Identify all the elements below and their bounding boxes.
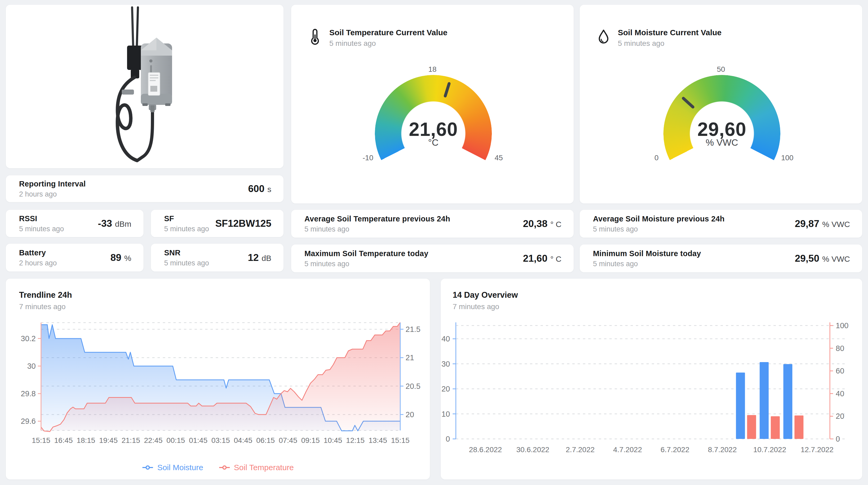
stat-value: 12 dB: [248, 252, 271, 263]
device-image-card: [6, 5, 283, 168]
x-axis-tick-label: 2.7.2022: [566, 446, 594, 454]
stat-value-unit: dBm: [115, 220, 131, 229]
x-axis-tick-label: 19:45: [99, 436, 118, 445]
right-axis-tick-label: 21.5: [406, 325, 421, 334]
gauge-top-tick-label: 18: [291, 65, 574, 74]
stat-value-unit: ° C: [550, 255, 561, 263]
soil-moisture-gauge-card: Soil Moisture Current Value 5 minutes ag…: [580, 5, 862, 203]
avg-soil-temperature-card: Average Soil Temperature previous 24h 5 …: [291, 210, 574, 237]
reporting-interval-card: Reporting Interval 2 hours ago 600 s: [6, 175, 283, 202]
soil-temperature-bar: [771, 416, 780, 439]
left-axis-tick-label: 30: [441, 360, 450, 368]
stat-updated: 5 minutes ago: [164, 225, 209, 233]
stat-value: 20,38 ° C: [523, 218, 561, 229]
x-axis-tick-label: 16:45: [54, 436, 73, 445]
x-axis-tick-label: 10:45: [324, 436, 342, 445]
soil-sensor-dashboard: Reporting Interval 2 hours ago 600 s RSS…: [0, 0, 868, 485]
stat-value: 29,87 % VWC: [795, 218, 850, 229]
legend-label: Soil Moisture: [157, 463, 203, 472]
stat-label: Maximum Soil Temperature today: [304, 249, 428, 258]
stat-value: 600 s: [248, 183, 271, 194]
stat-value-unit: ° C: [550, 220, 561, 229]
stat-value-number: 29,87: [795, 218, 819, 229]
x-axis-tick-label: 09:15: [301, 436, 320, 445]
legend-item-soil-moisture[interactable]: Soil Moisture: [142, 463, 203, 472]
x-axis-tick-label: 01:45: [189, 436, 208, 445]
stat-value-number: 600: [248, 183, 265, 194]
stat-updated: 5 minutes ago: [593, 225, 724, 233]
gauge-min-label: 0: [643, 154, 670, 162]
x-axis-tick-label: 04:45: [234, 436, 252, 445]
stat-value-number: -33: [98, 218, 112, 229]
stat-label: Minimum Soil Moisture today: [593, 249, 701, 258]
legend-item-soil-temperature[interactable]: Soil Temperature: [219, 463, 294, 472]
battery-card: Battery 2 hours ago 89 %: [6, 244, 144, 272]
gauge-max-label: 45: [486, 154, 512, 162]
stat-value-unit: % VWC: [822, 255, 850, 263]
left-axis-tick-label: 29.8: [21, 389, 36, 398]
x-axis-tick-label: 00:15: [166, 436, 185, 445]
right-axis-tick-label: 40: [836, 389, 844, 398]
stat-label: Average Soil Moisture previous 24h: [593, 214, 724, 223]
trendline-chart-canvas[interactable]: 30.23029.829.621.52120.52015:1516:4518:1…: [6, 279, 430, 464]
stat-label: SF: [164, 214, 209, 223]
soil-temperature-bar: [747, 415, 756, 439]
x-axis-tick-label: 6.7.2022: [660, 446, 689, 454]
soil-sensor-device-image: [111, 6, 172, 167]
gauge-value: 21,60: [375, 118, 492, 140]
x-axis-tick-label: 07:45: [279, 436, 297, 445]
14-day-overview-card: 14 Day Overview 7 minutes ago 0102030400…: [441, 279, 862, 480]
stat-value: 29,50 % VWC: [795, 253, 850, 264]
stat-updated: 5 minutes ago: [304, 225, 450, 233]
gauge-unit: % VWC: [663, 137, 780, 148]
thermometer-icon: [308, 29, 322, 45]
min-soil-moisture-card: Minimum Soil Moisture today 5 minutes ag…: [580, 245, 862, 272]
stat-updated: 5 minutes ago: [164, 259, 209, 267]
stat-value-number: 29,50: [795, 253, 819, 264]
stat-value: SF12BW125: [215, 218, 271, 229]
x-axis-tick-label: 15:15: [32, 436, 50, 445]
gauge-max-label: 100: [774, 154, 801, 162]
left-axis-tick-label: 20: [441, 384, 450, 393]
stat-value-number: 12: [248, 252, 259, 263]
stat-updated: 2 hours ago: [19, 259, 57, 267]
soil-moisture-bar: [760, 362, 769, 439]
stat-value: -33 dBm: [98, 218, 131, 229]
soil-moisture-bar: [783, 364, 792, 439]
stat-value-number: 89: [111, 252, 121, 263]
stat-value: 89 %: [111, 252, 131, 263]
gauge-top-tick-label: 50: [580, 65, 862, 74]
left-axis-tick-label: 0: [446, 435, 450, 443]
x-axis-tick-label: 12:15: [346, 436, 365, 445]
overview-chart-canvas[interactable]: 01020304002040608010028.6.202230.6.20222…: [441, 279, 862, 464]
right-axis-tick-label: 20.5: [406, 382, 421, 391]
x-axis-tick-label: 12.7.2022: [801, 446, 834, 454]
stat-updated: 5 minutes ago: [304, 260, 428, 268]
stat-value-unit: %: [124, 254, 131, 263]
right-axis-tick-label: 20: [406, 410, 414, 419]
avg-soil-moisture-card: Average Soil Moisture previous 24h 5 min…: [580, 210, 862, 237]
x-axis-tick-label: 21:15: [122, 436, 140, 445]
stat-value-unit: s: [267, 185, 271, 194]
trendline-legend: Soil Moisture Soil Temperature: [6, 463, 430, 472]
right-axis-tick-label: 60: [836, 367, 844, 375]
gauge-min-label: -10: [355, 154, 381, 162]
stat-updated: 5 minutes ago: [19, 225, 64, 233]
droplet-icon: [596, 29, 611, 45]
left-axis-tick-label: 10: [441, 410, 450, 418]
x-axis-tick-label: 06:15: [256, 436, 275, 445]
left-axis-tick-label: 30: [27, 362, 36, 370]
right-axis-tick-label: 80: [836, 344, 844, 352]
soil-temperature-bar: [795, 415, 803, 439]
gauge-title: Soil Temperature Current Value: [329, 28, 447, 37]
x-axis-tick-label: 28.6.2022: [469, 446, 502, 454]
rssi-card: RSSI 5 minutes ago -33 dBm: [6, 210, 144, 237]
gauge-updated: 5 minutes ago: [329, 39, 447, 48]
right-axis-tick-label: 100: [836, 321, 848, 330]
legend-label: Soil Temperature: [234, 463, 294, 472]
right-axis-tick-label: 20: [836, 412, 844, 420]
stat-value: 21,60 ° C: [523, 253, 561, 264]
x-axis-tick-label: 8.7.2022: [708, 446, 737, 454]
right-axis-tick-label: 21: [406, 353, 414, 362]
trendline-24h-card: Trendline 24h 7 minutes ago 30.23029.829…: [6, 279, 430, 480]
